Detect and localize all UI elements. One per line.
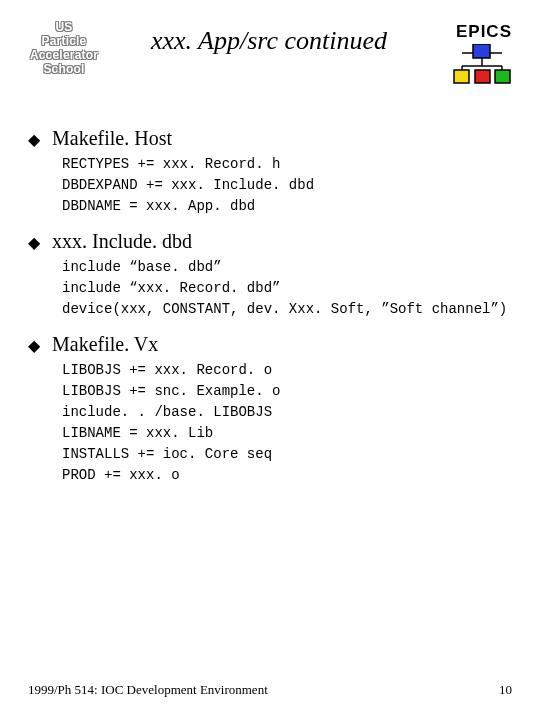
- bullet-icon: ◆: [28, 336, 42, 356]
- section-head: ◆ Makefile. Vx: [28, 332, 512, 356]
- section-head: ◆ xxx. Include. dbd: [28, 229, 512, 253]
- bullet-icon: ◆: [28, 233, 42, 253]
- slide-header: US Particle Accelerator School xxx. App/…: [28, 20, 512, 100]
- uspas-line: Accelerator: [28, 48, 100, 62]
- section-makefile-host: ◆ Makefile. Host RECTYPES += xxx. Record…: [28, 126, 512, 217]
- code-line: PROD += xxx. o: [62, 465, 512, 486]
- code-line: INSTALLS += ioc. Core seq: [62, 444, 512, 465]
- code-block: RECTYPES += xxx. Record. h DBDEXPAND += …: [62, 154, 512, 217]
- code-line: DBDNAME = xxx. App. dbd: [62, 196, 512, 217]
- uspas-line: Particle: [28, 34, 100, 48]
- svg-rect-5: [473, 44, 490, 58]
- uspas-logo: US Particle Accelerator School: [28, 20, 100, 76]
- slide-footer: 1999/Ph 514: IOC Development Environment…: [28, 682, 512, 698]
- epics-block: EPICS: [438, 20, 512, 88]
- section-heading: xxx. Include. dbd: [52, 229, 192, 253]
- uspas-line: US: [28, 20, 100, 34]
- slide-title: xxx. App/src continued: [100, 20, 438, 56]
- slide: US Particle Accelerator School xxx. App/…: [0, 0, 540, 720]
- code-line: DBDEXPAND += xxx. Include. dbd: [62, 175, 512, 196]
- code-line: include “base. dbd”: [62, 257, 512, 278]
- code-line: device(xxx, CONSTANT, dev. Xxx. Soft, ”S…: [62, 299, 512, 320]
- slide-content: ◆ Makefile. Host RECTYPES += xxx. Record…: [28, 126, 512, 486]
- code-line: include. . /base. LIBOBJS: [62, 402, 512, 423]
- page-number: 10: [499, 682, 512, 698]
- svg-rect-6: [454, 70, 469, 83]
- epics-label: EPICS: [438, 22, 512, 42]
- section-heading: Makefile. Vx: [52, 332, 158, 356]
- code-line: LIBOBJS += snc. Example. o: [62, 381, 512, 402]
- section-head: ◆ Makefile. Host: [28, 126, 512, 150]
- code-line: LIBNAME = xxx. Lib: [62, 423, 512, 444]
- uspas-line: School: [28, 62, 100, 76]
- bullet-icon: ◆: [28, 130, 42, 150]
- code-line: LIBOBJS += xxx. Record. o: [62, 360, 512, 381]
- footer-text: 1999/Ph 514: IOC Development Environment: [28, 682, 268, 698]
- epics-logo-icon: [452, 44, 512, 88]
- code-line: RECTYPES += xxx. Record. h: [62, 154, 512, 175]
- code-block: include “base. dbd” include “xxx. Record…: [62, 257, 512, 320]
- svg-rect-8: [495, 70, 510, 83]
- section-xxx-include-dbd: ◆ xxx. Include. dbd include “base. dbd” …: [28, 229, 512, 320]
- section-heading: Makefile. Host: [52, 126, 172, 150]
- code-block: LIBOBJS += xxx. Record. o LIBOBJS += snc…: [62, 360, 512, 486]
- code-line: include “xxx. Record. dbd”: [62, 278, 512, 299]
- svg-rect-7: [475, 70, 490, 83]
- section-makefile-vx: ◆ Makefile. Vx LIBOBJS += xxx. Record. o…: [28, 332, 512, 486]
